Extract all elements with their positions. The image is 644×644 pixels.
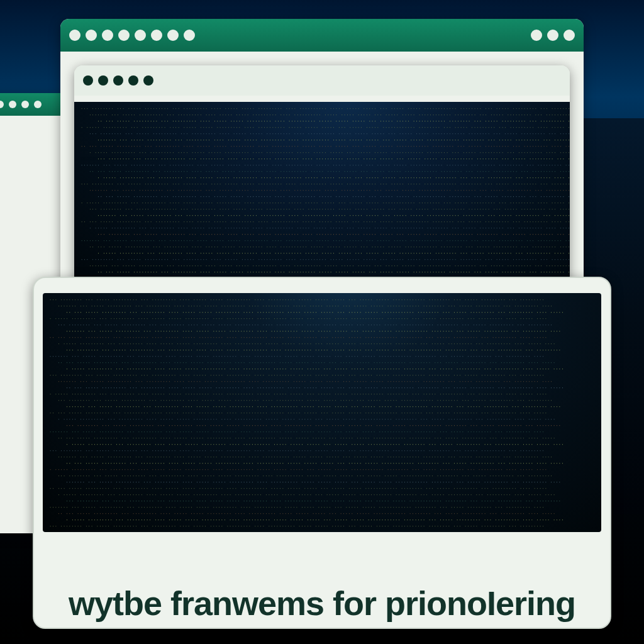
traffic-light-icon[interactable] (102, 30, 113, 41)
traffic-light-icon[interactable] (113, 75, 123, 86)
traffic-light-icon[interactable] (86, 30, 97, 41)
caption-text: wytbe franwems for prionoIering (69, 584, 575, 622)
traffic-light-icon[interactable] (0, 101, 4, 108)
window-mid: ··· ········ ··· ····· ········· ··· ···… (74, 65, 570, 304)
traffic-light-icon[interactable] (143, 75, 153, 86)
traffic-light-icon[interactable] (135, 30, 146, 41)
titlebar-mid[interactable] (74, 65, 570, 96)
traffic-light-icon[interactable] (34, 101, 42, 108)
window-front: ··· ········ ··· ····· ········· ··· ···… (33, 277, 611, 629)
titlebar-rear[interactable] (60, 19, 584, 52)
traffic-light-icon[interactable] (547, 30, 558, 41)
traffic-light-icon[interactable] (69, 30, 80, 41)
terminal-mid[interactable]: ··· ········ ··· ····· ········· ··· ···… (74, 102, 570, 303)
traffic-light-icon[interactable] (83, 75, 93, 86)
traffic-light-icon[interactable] (118, 30, 130, 41)
caption-banner: wytbe franwems for prionoIering (0, 584, 644, 623)
traffic-light-icon[interactable] (184, 30, 195, 41)
terminal-front[interactable]: ··· ········ ··· ····· ········· ··· ···… (43, 293, 601, 532)
traffic-light-icon[interactable] (167, 30, 179, 41)
traffic-light-icon[interactable] (9, 101, 16, 108)
traffic-light-icon[interactable] (21, 101, 29, 108)
traffic-light-icon[interactable] (98, 75, 108, 86)
traffic-light-icon[interactable] (128, 75, 138, 86)
traffic-light-icon[interactable] (564, 30, 575, 41)
traffic-light-icon[interactable] (151, 30, 162, 41)
traffic-light-icon[interactable] (531, 30, 542, 41)
